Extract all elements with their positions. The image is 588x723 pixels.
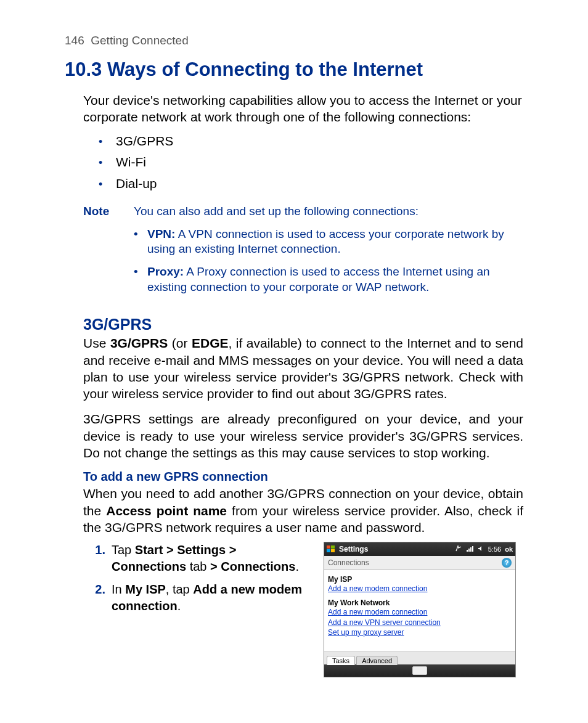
bullet-icon: • (99, 154, 116, 173)
body-paragraph: Use 3G/GPRS (or EDGE, if available) to c… (83, 335, 523, 402)
svg-rect-3 (472, 546, 473, 552)
step-item: 1. Tap Start > Settings > Connections ta… (89, 542, 311, 575)
bullet-text: 3G/GPRS (116, 131, 173, 152)
list-item: • VPN: A VPN connection is used to acces… (134, 227, 523, 257)
step-number: 2. (89, 581, 112, 615)
ok-button[interactable]: ok (505, 545, 513, 553)
bold-run: > Connections (210, 560, 295, 573)
clock-text: 5:56 (488, 545, 501, 553)
screen-title: Connections (328, 558, 369, 567)
step-item: 2. In My ISP, tap Add a new modem connec… (89, 581, 311, 615)
section-heading: 10.3 Ways of Connecting to the Internet (65, 59, 523, 81)
keyboard-icon[interactable] (412, 666, 427, 675)
svg-rect-0 (467, 550, 468, 552)
note-term: VPN: (147, 227, 175, 240)
document-page: 146 Getting Connected 10.3 Ways of Conne… (0, 0, 588, 702)
soft-key-bar (324, 664, 515, 677)
step-number: 1. (89, 542, 112, 575)
text-run: In (112, 582, 125, 596)
text-run: Use (83, 336, 110, 350)
subsection-heading: 3G/GPRS (83, 316, 523, 333)
list-item: • Proxy: A Proxy connection is used to a… (134, 264, 523, 295)
tab-advanced[interactable]: Advanced (356, 656, 398, 665)
status-icons: 5:56 ok (455, 545, 513, 554)
tab-tasks[interactable]: Tasks (327, 656, 355, 665)
connections-panel: My ISP Add a new modem connection My Wor… (324, 570, 515, 652)
connectivity-icon[interactable] (455, 545, 462, 554)
bold-run: Access point name (106, 504, 227, 518)
procedure-heading: To add a new GPRS connection (83, 470, 523, 484)
start-icon[interactable] (327, 545, 335, 553)
link-add-modem-work[interactable]: Add a new modem connection (328, 607, 512, 617)
bold-run: My ISP (125, 582, 166, 596)
body-paragraph: 3G/GPRS settings are already preconfigur… (83, 411, 523, 461)
bold-run: 3G/GPRS (110, 336, 168, 350)
list-item: • Dial-up (99, 173, 523, 195)
bullet-text: Wi-Fi (116, 152, 146, 173)
note-desc: A VPN connection is used to access your … (147, 227, 504, 256)
body-paragraph: When you need to add another 3G/GPRS con… (83, 485, 523, 536)
step-text: Tap Start > Settings > Connections tab >… (112, 542, 311, 575)
bullet-icon: • (99, 133, 116, 152)
connection-bullet-list: • 3G/GPRS • Wi-Fi • Dial-up (99, 131, 523, 195)
text-run: (or (168, 336, 192, 350)
window-title: Settings (339, 545, 451, 553)
link-add-modem-isp[interactable]: Add a new modem connection (328, 584, 512, 594)
list-item: • 3G/GPRS (99, 131, 523, 152)
svg-rect-2 (470, 547, 472, 552)
text-run: Tap (112, 543, 135, 557)
page-header: 146 Getting Connected (65, 34, 523, 47)
bullet-icon: • (134, 264, 147, 295)
steps-with-screenshot: 1. Tap Start > Settings > Connections ta… (89, 542, 523, 677)
step-text: In My ISP, tap Add a new modem connectio… (112, 581, 311, 615)
group-my-isp: My ISP (328, 575, 512, 584)
intro-paragraph: Your device's networking capabilities al… (83, 92, 523, 126)
note-lead: You can also add and set up the followin… (134, 205, 523, 218)
chapter-title: Getting Connected (91, 34, 188, 47)
text-run: . (178, 599, 181, 613)
tab-bar: Tasks Advanced (324, 652, 515, 664)
text-run: . (295, 560, 299, 573)
help-icon[interactable]: ? (502, 558, 512, 568)
note-sublist: • VPN: A VPN connection is used to acces… (134, 227, 523, 295)
note-item-text: Proxy: A Proxy connection is used to acc… (147, 264, 523, 295)
titlebar: Settings 5:56 ok (324, 542, 515, 556)
text-run: , tap (166, 582, 193, 596)
link-setup-proxy[interactable]: Set up my proxy server (328, 627, 512, 637)
list-item: • Wi-Fi (99, 152, 523, 173)
note-block: Note You can also add and set up the fol… (83, 205, 523, 303)
device-screenshot: Settings 5:56 ok Connections (324, 542, 516, 677)
bold-run: EDGE (192, 336, 229, 350)
link-add-vpn[interactable]: Add a new VPN server connection (328, 618, 512, 627)
note-item-text: VPN: A VPN connection is used to access … (147, 227, 523, 257)
page-number: 146 (65, 34, 84, 47)
note-label: Note (83, 205, 134, 303)
signal-icon[interactable] (466, 545, 473, 554)
text-run: tab (186, 560, 210, 573)
svg-rect-1 (468, 549, 470, 552)
bullet-icon: • (134, 227, 147, 257)
bullet-text: Dial-up (116, 173, 157, 195)
screen-header: Connections ? (324, 556, 515, 570)
note-term: Proxy: (147, 265, 184, 278)
note-body: You can also add and set up the followin… (134, 205, 523, 303)
step-list: 1. Tap Start > Settings > Connections ta… (89, 542, 311, 621)
group-my-work-network: My Work Network (328, 598, 512, 607)
note-desc: A Proxy connection is used to access the… (147, 265, 490, 293)
volume-icon[interactable] (477, 545, 484, 554)
bullet-icon: • (99, 176, 116, 194)
